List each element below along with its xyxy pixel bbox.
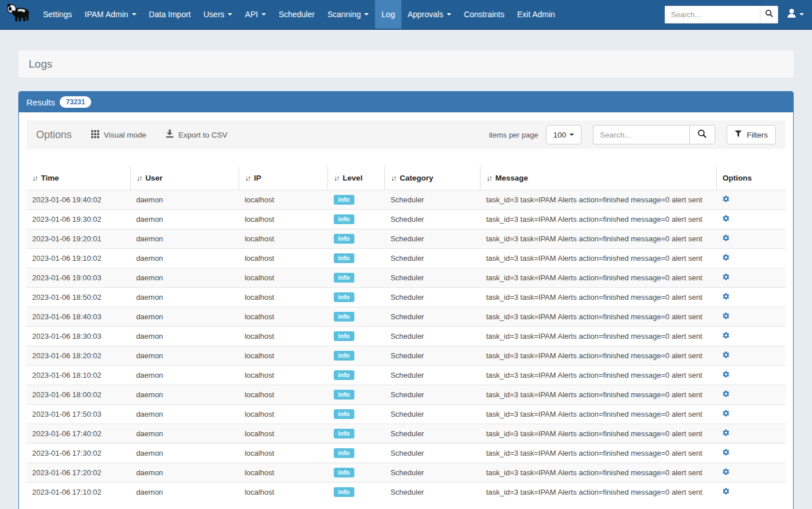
cell-level: info	[328, 190, 385, 210]
navbar-search-group	[665, 6, 778, 24]
export-csv-button[interactable]: Export to CSV	[166, 130, 228, 140]
row-options-button[interactable]	[722, 273, 730, 283]
column-header-ip[interactable]: ↓↑IP	[239, 166, 328, 190]
cell-options	[716, 483, 786, 502]
row-options-button[interactable]	[722, 390, 730, 400]
navbar: Settings IPAM Admin Data Import Users AP…	[0, 0, 812, 30]
table-row: 2023-01-06 19:40:02 daemon localhost inf…	[26, 190, 786, 210]
cell-message: task_id=3 task=IPAM Alerts action=finish…	[481, 210, 717, 229]
row-options-button[interactable]	[722, 331, 730, 341]
nav-item-users[interactable]: Users	[197, 0, 239, 29]
cell-category: Scheduler	[385, 288, 481, 307]
row-options-button[interactable]	[722, 312, 730, 322]
row-options-button[interactable]	[722, 292, 730, 302]
cell-category: Scheduler	[385, 190, 481, 210]
cell-level: info	[328, 210, 385, 229]
cell-options	[716, 307, 786, 327]
items-per-page-value: 100	[553, 131, 567, 139]
column-header-label: Category	[400, 174, 434, 182]
column-header-label: Time	[41, 174, 59, 182]
row-options-button[interactable]	[722, 234, 730, 244]
nav-item-constraints[interactable]: Constraints	[458, 0, 511, 29]
table-search-button[interactable]	[689, 125, 715, 144]
nav-item-approvals[interactable]: Approvals	[401, 0, 458, 29]
filters-button[interactable]: Filters	[727, 125, 776, 144]
row-options-button[interactable]	[722, 448, 730, 458]
nav-item-scanning[interactable]: Scanning	[321, 0, 375, 29]
cell-options	[716, 463, 786, 483]
cell-message: task_id=3 task=IPAM Alerts action=finish…	[481, 366, 717, 385]
cell-user: daemon	[130, 483, 239, 502]
gear-icon	[722, 429, 730, 438]
navbar-search-input[interactable]	[665, 6, 760, 24]
row-options-button[interactable]	[722, 195, 730, 205]
cell-ip: localhost	[239, 424, 328, 444]
cell-options	[716, 268, 786, 288]
row-options-button[interactable]	[722, 409, 730, 419]
cell-user: daemon	[130, 190, 239, 210]
cell-options	[716, 424, 786, 444]
cell-time: 2023-01-06 18:40:03	[26, 307, 130, 327]
gear-icon	[722, 195, 730, 205]
cell-ip: localhost	[239, 385, 328, 405]
chevron-down-icon	[261, 13, 266, 15]
nav-item-scheduler[interactable]: Scheduler	[272, 0, 321, 29]
nav-item-data-import[interactable]: Data Import	[143, 0, 197, 29]
sort-icon: ↓↑	[245, 174, 250, 182]
cell-level: info	[328, 366, 385, 385]
cell-category: Scheduler	[385, 424, 481, 444]
gear-icon	[722, 312, 730, 322]
gear-icon	[722, 214, 730, 224]
nav-item-label: Data Import	[149, 10, 191, 19]
row-options-button[interactable]	[722, 429, 730, 438]
visual-mode-label: Visual mode	[104, 131, 146, 139]
nav-item-settings[interactable]: Settings	[37, 0, 79, 29]
items-per-page-select[interactable]: 100	[546, 125, 582, 144]
row-options-button[interactable]	[722, 370, 730, 380]
cell-message: task_id=3 task=IPAM Alerts action=finish…	[481, 424, 717, 444]
column-header-level[interactable]: ↓↑Level	[328, 166, 385, 190]
chevron-down-icon	[132, 13, 136, 15]
cell-ip: localhost	[239, 366, 328, 385]
cell-user: daemon	[130, 385, 239, 405]
row-options-button[interactable]	[722, 487, 730, 497]
column-header-category[interactable]: ↓↑Category	[385, 166, 481, 190]
table-search-input[interactable]	[593, 125, 689, 144]
gear-icon	[722, 273, 730, 283]
nav-item-api[interactable]: API	[239, 0, 272, 29]
column-header-time[interactable]: ↓↑Time	[26, 166, 130, 190]
grid-icon	[91, 130, 99, 140]
cell-level: info	[328, 385, 385, 405]
cell-ip: localhost	[239, 405, 328, 424]
cell-level: info	[328, 444, 385, 463]
row-options-button[interactable]	[722, 214, 730, 224]
nav-item-exit-admin[interactable]: Exit Admin	[511, 0, 561, 29]
navbar-search-button[interactable]	[760, 6, 778, 24]
cell-ip: localhost	[239, 346, 328, 366]
nav-item-ipam-admin[interactable]: IPAM Admin	[79, 0, 143, 29]
user-menu[interactable]	[786, 8, 804, 21]
items-per-page-caret-icon	[569, 134, 574, 136]
level-badge: info	[334, 487, 354, 497]
cell-time: 2023-01-06 17:30:02	[26, 444, 130, 463]
phpipam-logo[interactable]	[0, 0, 37, 29]
nav-item-label: Log	[381, 10, 395, 19]
row-options-button[interactable]	[722, 351, 730, 361]
nav-item-label: Users	[204, 10, 225, 19]
visual-mode-button[interactable]: Visual mode	[91, 130, 146, 140]
column-header-user[interactable]: ↓↑User	[130, 166, 239, 190]
navbar-menu: Settings IPAM Admin Data Import Users AP…	[37, 0, 561, 29]
row-options-button[interactable]	[722, 253, 730, 263]
table-row: 2023-01-06 19:10:02 daemon localhost inf…	[26, 249, 786, 268]
cell-time: 2023-01-06 17:10:02	[26, 483, 130, 502]
level-badge: info	[334, 390, 354, 400]
gear-icon	[722, 390, 730, 400]
row-options-button[interactable]	[722, 468, 730, 477]
nav-item-log[interactable]: Log	[375, 0, 401, 29]
cell-time: 2023-01-06 17:50:03	[26, 405, 130, 424]
chevron-down-icon	[228, 13, 232, 15]
column-header-message[interactable]: ↓↑Message	[481, 166, 717, 190]
cell-category: Scheduler	[385, 463, 481, 483]
cell-category: Scheduler	[385, 385, 481, 405]
navbar-right	[665, 0, 812, 29]
